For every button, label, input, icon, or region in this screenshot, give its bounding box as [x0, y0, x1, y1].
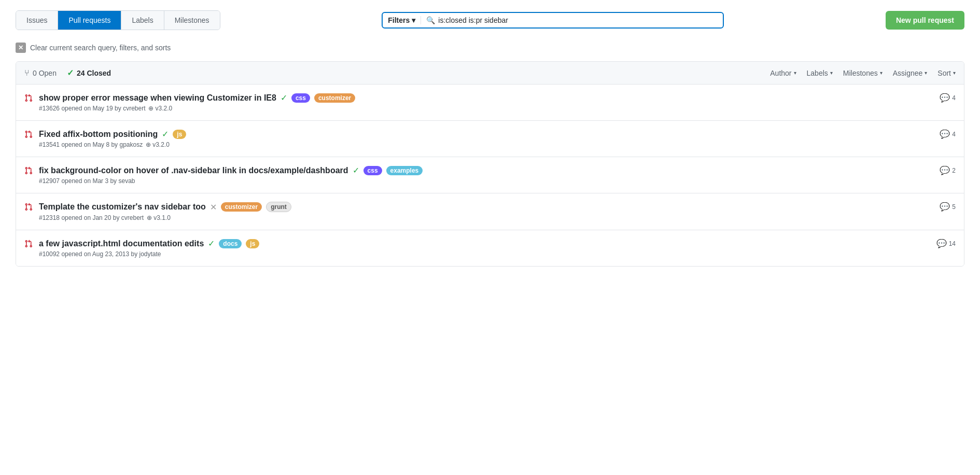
- clear-bar: ✕ Clear current search query, filters, a…: [16, 38, 964, 61]
- comment-bubble-icon: 💬: [940, 93, 950, 103]
- pr-comments[interactable]: 💬4: [931, 93, 956, 103]
- comment-count: 5: [952, 203, 956, 211]
- pr-content: Template the customizer's nav sidebar to…: [39, 202, 931, 221]
- pr-closed-icon: [24, 203, 33, 214]
- comment-bubble-icon: 💬: [940, 202, 950, 212]
- pr-content: Fixed affix-bottom positioning✓js#13541 …: [39, 129, 931, 148]
- search-filter-area: Filters ▾ 🔍: [382, 12, 724, 29]
- labels-filter[interactable]: Labels ▾: [807, 69, 833, 77]
- pr-meta: #12907 opened on Mar 3 by sevab: [39, 177, 931, 185]
- pr-content: fix background-color on hover of .nav-si…: [39, 165, 931, 185]
- comment-count: 2: [952, 167, 956, 174]
- pr-title-row: Fixed affix-bottom positioning✓js: [39, 129, 931, 139]
- label-badge[interactable]: js: [173, 130, 186, 139]
- pr-content: show proper error message when viewing C…: [39, 93, 931, 112]
- pr-title[interactable]: Template the customizer's nav sidebar to…: [39, 202, 206, 212]
- pr-comments[interactable]: 💬5: [931, 202, 956, 212]
- clear-filter-text: Clear current search query, filters, and…: [30, 44, 171, 52]
- issues-container: ⑂ 0 Open ✓ 24 Closed Author ▾ Labels ▾: [16, 61, 964, 267]
- chevron-down-icon: ▾: [412, 16, 415, 24]
- label-badge[interactable]: docs: [219, 239, 242, 248]
- pr-meta: #12318 opened on Jan 20 by cvrebert⊕v3.1…: [39, 214, 931, 221]
- pr-title-row: fix background-color on hover of .nav-si…: [39, 165, 931, 175]
- pr-title-row: show proper error message when viewing C…: [39, 93, 931, 103]
- label-badge[interactable]: css: [363, 166, 382, 175]
- pr-closed-icon: [24, 94, 33, 105]
- pr-item: fix background-color on hover of .nav-si…: [16, 157, 964, 193]
- pr-milestone[interactable]: ⊕v3.1.0: [147, 214, 171, 221]
- comment-bubble-icon: 💬: [940, 165, 950, 175]
- check-mark-icon: ✓: [67, 68, 74, 78]
- pr-title[interactable]: show proper error message when viewing C…: [39, 93, 276, 103]
- label-badge[interactable]: css: [291, 93, 310, 103]
- tab-milestones[interactable]: Milestones: [164, 11, 220, 30]
- nav-tabs: Issues Pull requests Labels Milestones: [16, 10, 220, 30]
- ci-check-icon: ✓: [353, 165, 359, 175]
- closed-status[interactable]: ✓ 24 Closed: [67, 68, 111, 78]
- ci-check-icon: ✓: [208, 239, 215, 248]
- author-filter[interactable]: Author ▾: [770, 69, 796, 77]
- closed-count-label: 24 Closed: [77, 69, 111, 77]
- pr-closed-icon: [24, 240, 33, 250]
- pr-open-icon: ⑂: [24, 68, 30, 78]
- label-badge[interactable]: customizer: [221, 202, 262, 212]
- label-badge[interactable]: grunt: [266, 202, 291, 212]
- top-bar: Issues Pull requests Labels Milestones F…: [16, 10, 964, 30]
- pr-item: Fixed affix-bottom positioning✓js#13541 …: [16, 121, 964, 157]
- label-badge[interactable]: js: [246, 239, 259, 248]
- tab-pull-requests[interactable]: Pull requests: [58, 11, 121, 30]
- pr-title[interactable]: a few javascript.html documentation edit…: [39, 239, 204, 248]
- pr-title-row: Template the customizer's nav sidebar to…: [39, 202, 931, 212]
- pr-title[interactable]: fix background-color on hover of .nav-si…: [39, 166, 348, 175]
- comment-bubble-icon: 💬: [936, 239, 947, 248]
- chevron-down-icon: ▾: [830, 70, 833, 76]
- open-count-label: 0 Open: [33, 69, 57, 77]
- chevron-down-icon: ▾: [925, 70, 927, 76]
- pr-content: a few javascript.html documentation edit…: [39, 239, 928, 258]
- search-input[interactable]: [438, 16, 718, 24]
- milestone-icon: ⊕: [147, 214, 152, 221]
- list-header: ⑂ 0 Open ✓ 24 Closed Author ▾ Labels ▾: [16, 62, 964, 85]
- pr-milestone[interactable]: ⊕v3.2.0: [146, 141, 170, 148]
- pr-comments[interactable]: 💬14: [928, 239, 956, 248]
- ci-check-icon: ✓: [162, 129, 169, 139]
- pr-meta: #10092 opened on Aug 23, 2013 by jodytat…: [39, 250, 928, 258]
- new-pull-request-button[interactable]: New pull request: [886, 11, 964, 30]
- ci-cross-icon: ✕: [210, 202, 217, 212]
- milestone-icon: ⊕: [148, 105, 153, 112]
- filters-button[interactable]: Filters ▾: [388, 16, 421, 24]
- list-header-left: ⑂ 0 Open ✓ 24 Closed: [24, 68, 111, 78]
- pr-meta: #13541 opened on May 8 by gpakosz⊕v3.2.0: [39, 141, 931, 148]
- pr-item: show proper error message when viewing C…: [16, 85, 964, 121]
- comment-count: 14: [949, 240, 956, 247]
- pr-meta: #13626 opened on May 19 by cvrebert⊕v3.2…: [39, 105, 931, 112]
- comment-count: 4: [952, 94, 956, 102]
- pr-comments[interactable]: 💬4: [931, 129, 956, 139]
- pr-item: a few javascript.html documentation edit…: [16, 230, 964, 266]
- chevron-down-icon: ▾: [794, 70, 796, 76]
- pr-title[interactable]: Fixed affix-bottom positioning: [39, 130, 158, 139]
- open-status[interactable]: ⑂ 0 Open: [24, 68, 57, 78]
- chevron-down-icon: ▾: [880, 70, 883, 76]
- comment-count: 4: [952, 131, 956, 138]
- milestones-filter[interactable]: Milestones ▾: [843, 69, 883, 77]
- comment-bubble-icon: 💬: [940, 129, 950, 139]
- pr-item: Template the customizer's nav sidebar to…: [16, 193, 964, 230]
- pr-closed-icon: [24, 130, 33, 141]
- label-badge[interactable]: examples: [386, 166, 423, 175]
- assignee-filter[interactable]: Assignee ▾: [893, 69, 928, 77]
- list-header-right: Author ▾ Labels ▾ Milestones ▾ Assignee …: [770, 69, 956, 77]
- pr-milestone[interactable]: ⊕v3.2.0: [148, 105, 172, 112]
- pr-list: show proper error message when viewing C…: [16, 85, 964, 266]
- clear-filter-button[interactable]: ✕: [16, 43, 26, 53]
- pr-closed-icon: [24, 166, 33, 177]
- label-badge[interactable]: customizer: [314, 93, 355, 103]
- tab-labels[interactable]: Labels: [121, 11, 164, 30]
- sort-filter[interactable]: Sort ▾: [937, 69, 956, 77]
- pr-comments[interactable]: 💬2: [931, 165, 956, 175]
- pr-title-row: a few javascript.html documentation edit…: [39, 239, 928, 248]
- tab-issues[interactable]: Issues: [16, 11, 58, 30]
- search-icon: 🔍: [426, 16, 435, 24]
- chevron-down-icon: ▾: [953, 70, 956, 76]
- ci-check-icon: ✓: [281, 93, 287, 103]
